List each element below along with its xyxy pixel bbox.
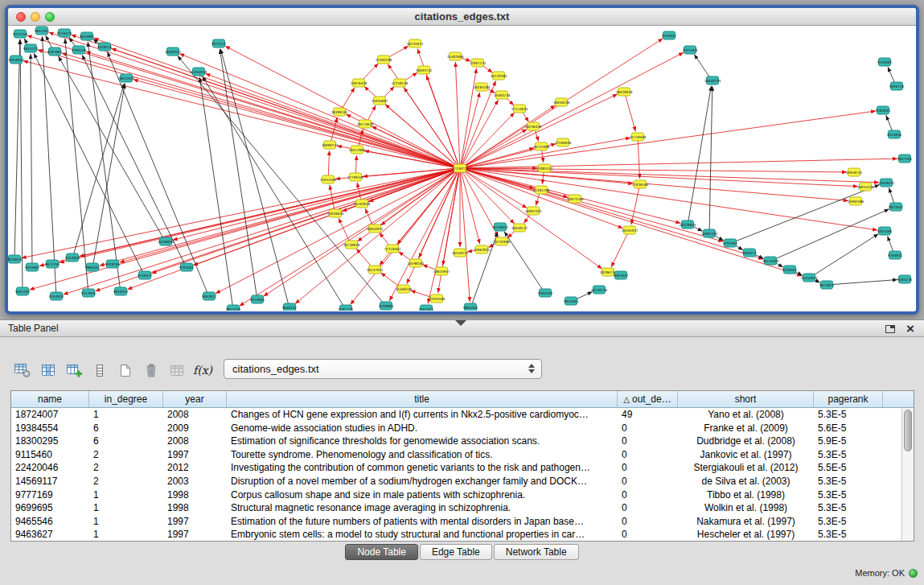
graph-node[interactable]: 15958432 xyxy=(878,179,895,187)
graph-node[interactable]: 15958741 xyxy=(846,168,863,176)
graph-edge[interactable] xyxy=(886,115,893,130)
graph-node[interactable]: 17036584 xyxy=(632,180,649,188)
graph-edge[interactable] xyxy=(49,32,456,167)
graph-edge[interactable] xyxy=(889,187,893,203)
graph-edge[interactable] xyxy=(536,194,540,206)
graph-node[interactable]: 17885342 xyxy=(536,164,553,172)
graph-edge[interactable] xyxy=(388,46,409,58)
cell-year[interactable]: 1997 xyxy=(163,515,227,529)
cell-title[interactable]: Estimation of the future numbers of pati… xyxy=(227,515,618,529)
cell-title[interactable]: Corpus callosum shape and size in male p… xyxy=(227,488,618,502)
graph-node[interactable]: 9136472 xyxy=(138,271,153,279)
function-builder-button[interactable]: f(x) xyxy=(191,360,214,381)
cell-in_degree[interactable]: 2 xyxy=(89,475,163,488)
column-header-year[interactable]: year xyxy=(163,391,227,408)
graph-node[interactable]: 17240721 xyxy=(452,164,469,172)
graph-node[interactable]: 9782043 xyxy=(876,106,891,114)
cell-in_degree[interactable]: 1 xyxy=(89,515,163,529)
graph-node[interactable]: 16842075 xyxy=(367,225,384,233)
graph-node[interactable]: 9648152 xyxy=(282,303,298,311)
column-header-short[interactable]: short xyxy=(678,391,814,408)
graph-node[interactable]: 16950238 xyxy=(553,98,570,106)
graph-edge[interactable] xyxy=(775,209,889,259)
graph-node[interactable]: 16417803 xyxy=(349,146,366,154)
graph-node[interactable]: 9281736 xyxy=(339,305,354,311)
tab-edge-table[interactable]: Edge Table xyxy=(420,544,492,560)
graph-edge[interactable] xyxy=(112,48,456,167)
graph-node[interactable]: 15742689 xyxy=(494,237,511,245)
cell-short[interactable]: Hescheler et al. (1997) xyxy=(678,528,814,541)
cell-short[interactable]: Wolkin et al. (1998) xyxy=(678,501,814,515)
graph-edge[interactable] xyxy=(465,170,623,229)
table-row[interactable]: 1830029562008Estimation of significance … xyxy=(11,435,901,448)
split-collapse-handle[interactable] xyxy=(455,320,466,326)
graph-node[interactable]: 16603752 xyxy=(416,66,433,74)
window-titlebar[interactable]: citations_edges.txt xyxy=(8,8,916,26)
graph-node[interactable]: 9462817 xyxy=(202,292,217,300)
graph-node[interactable]: 9426710 xyxy=(889,82,905,90)
cell-year[interactable]: 2009 xyxy=(163,422,227,435)
cell-name[interactable]: 22420046 xyxy=(11,461,89,475)
graph-edge[interactable] xyxy=(460,172,470,302)
graph-node[interactable]: 20651034 xyxy=(118,74,135,82)
cell-in_degree[interactable]: 1 xyxy=(89,528,163,541)
table-row[interactable]: 1938455462009Genome-wide association stu… xyxy=(11,422,901,435)
graph-node[interactable]: 17924506 xyxy=(429,295,446,303)
cell-pagerank[interactable]: 5.3E-5 xyxy=(814,475,883,488)
graph-node[interactable]: 9873152 xyxy=(211,39,227,47)
graph-edge[interactable] xyxy=(832,280,897,285)
cell-out_degree[interactable]: 0 xyxy=(618,435,678,448)
graph-edge[interactable] xyxy=(462,172,480,244)
cell-name[interactable]: 9465546 xyxy=(11,515,89,529)
graph-node[interactable]: 9657201 xyxy=(897,154,913,163)
float-panel-icon[interactable] xyxy=(885,325,895,333)
cell-out_degree[interactable]: 0 xyxy=(618,422,678,435)
graph-node[interactable]: 9846217 xyxy=(742,249,758,257)
graph-node[interactable]: 17114044 xyxy=(511,105,528,113)
graph-node[interactable]: 9634805 xyxy=(80,32,95,40)
cell-year[interactable]: 1997 xyxy=(163,528,227,541)
graph-node[interactable]: 9924503 xyxy=(564,297,579,305)
graph-node[interactable]: 8183047 xyxy=(662,31,677,39)
graph-edge[interactable] xyxy=(455,62,459,164)
graph-node[interactable]: 16648794 xyxy=(704,76,721,84)
graph-edge[interactable] xyxy=(461,68,477,164)
cell-year[interactable]: 2008 xyxy=(163,435,227,448)
graph-edge[interactable] xyxy=(362,64,378,80)
cell-short[interactable]: de Silva et al. (2003) xyxy=(678,475,814,488)
table-row[interactable]: 969969511998Structural magnetic resonanc… xyxy=(11,501,901,515)
graph-node[interactable]: 15482069 xyxy=(447,52,464,60)
cell-short[interactable]: Stergiakouli et al. (2012) xyxy=(678,461,814,475)
graph-node[interactable]: 15368240 xyxy=(396,285,413,293)
graph-node[interactable]: 9238561 xyxy=(782,266,798,274)
graph-node[interactable]: 9102458 xyxy=(538,289,553,297)
cell-out_degree[interactable]: 49 xyxy=(618,408,678,422)
cell-in_degree[interactable]: 1 xyxy=(89,501,163,515)
graph-edge[interactable] xyxy=(365,208,372,225)
cell-in_degree[interactable]: 6 xyxy=(89,435,163,448)
cell-year[interactable]: 2012 xyxy=(163,461,227,475)
cell-pagerank[interactable]: 5.3E-5 xyxy=(814,515,883,529)
graph-node[interactable]: 15873160 xyxy=(567,195,584,203)
graph-node[interactable]: 9287064 xyxy=(47,47,63,56)
graph-node[interactable]: 16129384 xyxy=(491,72,507,80)
graph-node[interactable]: 9906341 xyxy=(85,263,101,271)
graph-node[interactable]: 9217056 xyxy=(81,289,97,297)
graph-node[interactable]: 9530984 xyxy=(379,302,394,310)
graph-node[interactable]: 15483210 xyxy=(494,91,511,99)
cell-pagerank[interactable]: 5.9E-5 xyxy=(814,435,883,448)
graph-edge[interactable] xyxy=(173,169,455,240)
cell-year[interactable]: 2003 xyxy=(163,475,227,488)
graph-edge[interactable] xyxy=(694,55,709,77)
graph-node[interactable]: 16558231 xyxy=(452,249,469,257)
graph-edge[interactable] xyxy=(426,76,458,165)
graph-node[interactable]: 16907263 xyxy=(525,207,542,215)
graph-node[interactable]: 9915723 xyxy=(23,44,39,52)
graph-edge[interactable] xyxy=(74,84,125,254)
edit-table-button[interactable] xyxy=(63,360,85,381)
cell-year[interactable]: 2008 xyxy=(163,408,227,422)
tab-node-table[interactable]: Node Table xyxy=(345,544,418,560)
graph-node[interactable]: 17867215 xyxy=(470,59,487,67)
graph-node[interactable]: 9153826 xyxy=(65,253,80,262)
graph-edge[interactable] xyxy=(23,61,455,167)
